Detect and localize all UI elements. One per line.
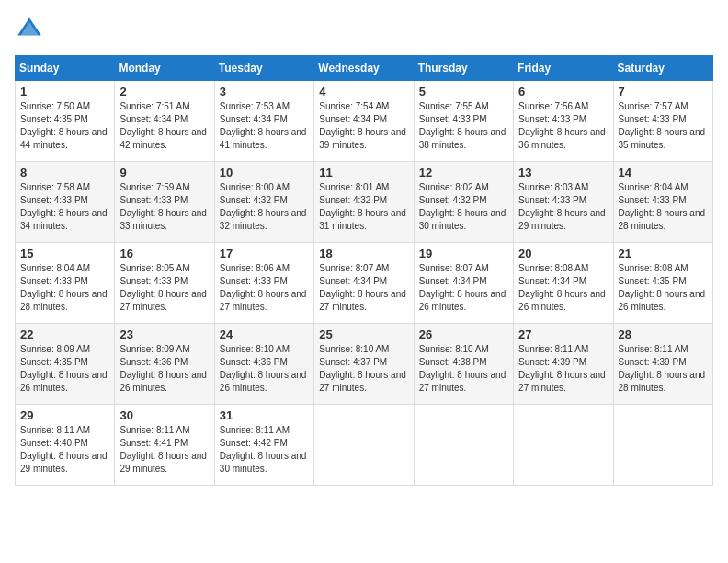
day-info: Sunrise: 7:53 AM Sunset: 4:34 PM Dayligh…: [220, 100, 309, 152]
day-info: Sunrise: 8:07 AM Sunset: 4:34 PM Dayligh…: [419, 262, 508, 314]
col-header-friday: Friday: [514, 56, 613, 81]
calendar-cell: 29 Sunrise: 8:11 AM Sunset: 4:40 PM Dayl…: [16, 405, 115, 486]
day-info: Sunrise: 8:11 AM Sunset: 4:40 PM Dayligh…: [20, 424, 109, 476]
day-info: Sunrise: 7:51 AM Sunset: 4:34 PM Dayligh…: [119, 100, 209, 152]
day-info: Sunrise: 8:08 AM Sunset: 4:35 PM Dayligh…: [619, 262, 708, 314]
day-info: Sunrise: 8:11 AM Sunset: 4:41 PM Dayligh…: [119, 424, 209, 476]
day-info: Sunrise: 8:10 AM Sunset: 4:37 PM Dayligh…: [319, 343, 408, 395]
day-number: 31: [220, 408, 309, 422]
day-number: 22: [20, 327, 109, 341]
calendar-cell: 5 Sunrise: 7:55 AM Sunset: 4:33 PM Dayli…: [414, 81, 513, 162]
day-number: 23: [119, 327, 209, 341]
day-number: 16: [119, 247, 209, 260]
calendar-cell: 2 Sunrise: 7:51 AM Sunset: 4:34 PM Dayli…: [115, 81, 214, 162]
day-info: Sunrise: 7:50 AM Sunset: 4:35 PM Dayligh…: [20, 100, 109, 152]
day-number: 29: [20, 408, 109, 422]
calendar-week-1: 1 Sunrise: 7:50 AM Sunset: 4:35 PM Dayli…: [16, 81, 713, 162]
calendar-cell: 12 Sunrise: 8:02 AM Sunset: 4:32 PM Dayl…: [414, 162, 513, 243]
day-number: 10: [220, 166, 309, 179]
day-number: 12: [419, 166, 508, 179]
day-info: Sunrise: 7:59 AM Sunset: 4:33 PM Dayligh…: [119, 181, 209, 233]
calendar-cell: 19 Sunrise: 8:07 AM Sunset: 4:34 PM Dayl…: [414, 243, 513, 324]
page-header: [15, 15, 713, 44]
calendar-cell: 23 Sunrise: 8:09 AM Sunset: 4:36 PM Dayl…: [115, 324, 214, 405]
day-number: 6: [518, 85, 608, 98]
calendar-cell: 22 Sunrise: 8:09 AM Sunset: 4:35 PM Dayl…: [16, 324, 115, 405]
calendar-cell: [514, 405, 613, 486]
day-info: Sunrise: 7:54 AM Sunset: 4:34 PM Dayligh…: [319, 100, 408, 152]
day-info: Sunrise: 8:04 AM Sunset: 4:33 PM Dayligh…: [20, 262, 109, 314]
day-info: Sunrise: 7:58 AM Sunset: 4:33 PM Dayligh…: [20, 181, 109, 233]
day-number: 13: [518, 166, 608, 179]
day-number: 18: [319, 247, 408, 260]
day-number: 30: [119, 408, 209, 422]
day-number: 25: [319, 327, 408, 341]
calendar-cell: 17 Sunrise: 8:06 AM Sunset: 4:33 PM Dayl…: [214, 243, 313, 324]
day-number: 9: [119, 166, 209, 179]
day-info: Sunrise: 8:09 AM Sunset: 4:36 PM Dayligh…: [119, 343, 209, 395]
calendar-week-2: 8 Sunrise: 7:58 AM Sunset: 4:33 PM Dayli…: [16, 162, 713, 243]
day-number: 24: [220, 327, 309, 341]
calendar-cell: 28 Sunrise: 8:11 AM Sunset: 4:39 PM Dayl…: [613, 324, 712, 405]
day-info: Sunrise: 8:02 AM Sunset: 4:32 PM Dayligh…: [419, 181, 508, 233]
day-number: 26: [419, 327, 508, 341]
day-info: Sunrise: 8:07 AM Sunset: 4:34 PM Dayligh…: [319, 262, 408, 314]
day-info: Sunrise: 8:01 AM Sunset: 4:32 PM Dayligh…: [319, 181, 408, 233]
day-info: Sunrise: 8:09 AM Sunset: 4:35 PM Dayligh…: [20, 343, 109, 395]
day-info: Sunrise: 8:05 AM Sunset: 4:33 PM Dayligh…: [119, 262, 209, 314]
calendar-cell: 20 Sunrise: 8:08 AM Sunset: 4:34 PM Dayl…: [514, 243, 613, 324]
logo: [15, 15, 48, 44]
col-header-sunday: Sunday: [16, 56, 115, 81]
day-info: Sunrise: 8:06 AM Sunset: 4:33 PM Dayligh…: [220, 262, 309, 314]
calendar-cell: 24 Sunrise: 8:10 AM Sunset: 4:36 PM Dayl…: [214, 324, 313, 405]
day-info: Sunrise: 8:11 AM Sunset: 4:42 PM Dayligh…: [220, 424, 309, 476]
day-number: 15: [20, 247, 109, 260]
day-number: 19: [419, 247, 508, 260]
calendar-cell: 31 Sunrise: 8:11 AM Sunset: 4:42 PM Dayl…: [214, 405, 313, 486]
calendar-cell: 18 Sunrise: 8:07 AM Sunset: 4:34 PM Dayl…: [314, 243, 414, 324]
day-info: Sunrise: 8:00 AM Sunset: 4:32 PM Dayligh…: [220, 181, 309, 233]
day-number: 20: [518, 247, 608, 260]
col-header-wednesday: Wednesday: [314, 56, 414, 81]
day-info: Sunrise: 8:08 AM Sunset: 4:34 PM Dayligh…: [518, 262, 608, 314]
calendar-cell: 30 Sunrise: 8:11 AM Sunset: 4:41 PM Dayl…: [115, 405, 214, 486]
calendar-cell: 3 Sunrise: 7:53 AM Sunset: 4:34 PM Dayli…: [214, 81, 313, 162]
day-number: 7: [619, 85, 708, 98]
calendar-week-5: 29 Sunrise: 8:11 AM Sunset: 4:40 PM Dayl…: [16, 405, 713, 486]
day-info: Sunrise: 7:57 AM Sunset: 4:33 PM Dayligh…: [619, 100, 708, 152]
day-info: Sunrise: 7:56 AM Sunset: 4:33 PM Dayligh…: [518, 100, 608, 152]
day-info: Sunrise: 8:03 AM Sunset: 4:33 PM Dayligh…: [518, 181, 608, 233]
logo-icon: [15, 15, 44, 44]
calendar-cell: 14 Sunrise: 8:04 AM Sunset: 4:33 PM Dayl…: [613, 162, 712, 243]
day-number: 2: [119, 85, 209, 98]
calendar-cell: 7 Sunrise: 7:57 AM Sunset: 4:33 PM Dayli…: [613, 81, 712, 162]
day-info: Sunrise: 8:11 AM Sunset: 4:39 PM Dayligh…: [619, 343, 708, 395]
day-number: 11: [319, 166, 408, 179]
day-info: Sunrise: 7:55 AM Sunset: 4:33 PM Dayligh…: [419, 100, 508, 152]
day-number: 5: [419, 85, 508, 98]
col-header-tuesday: Tuesday: [214, 56, 313, 81]
calendar-cell: 6 Sunrise: 7:56 AM Sunset: 4:33 PM Dayli…: [514, 81, 613, 162]
calendar-week-4: 22 Sunrise: 8:09 AM Sunset: 4:35 PM Dayl…: [16, 324, 713, 405]
day-number: 8: [20, 166, 109, 179]
day-number: 1: [20, 85, 109, 98]
calendar-cell: 11 Sunrise: 8:01 AM Sunset: 4:32 PM Dayl…: [314, 162, 414, 243]
calendar-cell: 25 Sunrise: 8:10 AM Sunset: 4:37 PM Dayl…: [314, 324, 414, 405]
calendar-cell: 27 Sunrise: 8:11 AM Sunset: 4:39 PM Dayl…: [514, 324, 613, 405]
day-info: Sunrise: 8:04 AM Sunset: 4:33 PM Dayligh…: [619, 181, 708, 233]
calendar-cell: 4 Sunrise: 7:54 AM Sunset: 4:34 PM Dayli…: [314, 81, 414, 162]
day-number: 17: [220, 247, 309, 260]
day-number: 14: [619, 166, 708, 179]
calendar-cell: 1 Sunrise: 7:50 AM Sunset: 4:35 PM Dayli…: [16, 81, 115, 162]
calendar-cell: [414, 405, 513, 486]
calendar-cell: 9 Sunrise: 7:59 AM Sunset: 4:33 PM Dayli…: [115, 162, 214, 243]
day-number: 3: [220, 85, 309, 98]
day-number: 27: [518, 327, 608, 341]
day-info: Sunrise: 8:10 AM Sunset: 4:38 PM Dayligh…: [419, 343, 508, 395]
calendar-cell: 13 Sunrise: 8:03 AM Sunset: 4:33 PM Dayl…: [514, 162, 613, 243]
day-number: 21: [619, 247, 708, 260]
calendar-cell: 21 Sunrise: 8:08 AM Sunset: 4:35 PM Dayl…: [613, 243, 712, 324]
calendar-week-3: 15 Sunrise: 8:04 AM Sunset: 4:33 PM Dayl…: [16, 243, 713, 324]
day-info: Sunrise: 8:10 AM Sunset: 4:36 PM Dayligh…: [220, 343, 309, 395]
day-info: Sunrise: 8:11 AM Sunset: 4:39 PM Dayligh…: [518, 343, 608, 395]
